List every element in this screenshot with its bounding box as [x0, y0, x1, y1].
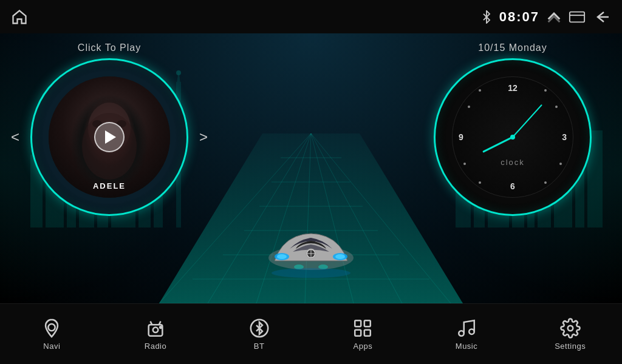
minute-hand: [512, 104, 542, 138]
clock-9: 9: [459, 132, 463, 142]
clock-6: 6: [510, 181, 515, 191]
radio-icon: [145, 318, 166, 339]
svg-point-42: [335, 254, 345, 259]
bottom-navigation: Navi Radio BT Apps: [0, 303, 622, 364]
clock-center-dot: [510, 135, 515, 140]
svg-rect-62: [364, 320, 371, 326]
chevron-up-icon[interactable]: [545, 8, 562, 25]
next-button[interactable]: >: [199, 129, 208, 146]
svg-rect-64: [364, 329, 371, 335]
tick-7: [479, 181, 481, 184]
music-circle: < ADELE >: [30, 58, 188, 216]
settings-icon: [560, 318, 581, 339]
svg-point-54: [49, 323, 55, 330]
prev-button[interactable]: <: [11, 129, 19, 146]
tick-4: [555, 106, 558, 108]
settings-label: Settings: [555, 342, 586, 351]
svg-point-45: [272, 268, 350, 278]
clock-12: 12: [508, 83, 518, 93]
svg-point-65: [459, 331, 464, 336]
music-player: Click To Play < ADELE: [18, 42, 200, 297]
home-icon[interactable]: [11, 8, 28, 25]
nav-item-music[interactable]: Music: [415, 318, 519, 351]
svg-rect-0: [570, 12, 584, 22]
svg-point-59: [160, 326, 162, 328]
nav-item-settings[interactable]: Settings: [518, 318, 622, 351]
navi-label: Navi: [43, 342, 60, 351]
svg-rect-63: [355, 329, 361, 335]
svg-point-66: [469, 329, 474, 334]
nav-item-navi[interactable]: Navi: [0, 318, 104, 351]
apps-icon: [352, 318, 373, 339]
date-label: 10/15 Monday: [478, 42, 547, 53]
navi-icon: [41, 318, 62, 339]
tick-1: [544, 89, 547, 92]
bt-label: BT: [254, 342, 265, 351]
svg-rect-61: [355, 320, 361, 326]
hour-hand: [482, 136, 513, 153]
tick-8: [544, 181, 547, 184]
status-bar: 08:07: [0, 0, 622, 33]
nav-item-apps[interactable]: Apps: [311, 318, 415, 351]
window-icon[interactable]: [569, 10, 586, 24]
music-label: Music: [456, 342, 477, 351]
main-content: Click To Play < ADELE: [0, 33, 622, 303]
svg-point-40: [277, 254, 287, 259]
bluetooth-icon: [480, 10, 493, 24]
clock-widget: 10/15 Monday 12 3 6 9: [422, 42, 604, 297]
clock-label-text: clock: [501, 158, 525, 167]
album-art: ADELE: [49, 76, 170, 198]
radio-label: Radio: [145, 342, 166, 351]
apps-label: Apps: [354, 342, 373, 351]
clock-face: 12 3 6 9 clock: [452, 76, 573, 198]
car-image: [262, 212, 360, 279]
music-icon: [456, 318, 477, 339]
album-label: ADELE: [93, 181, 126, 190]
tick-5: [559, 163, 562, 165]
tick-10: [463, 163, 466, 165]
tick-11: [468, 106, 470, 108]
nav-item-bt[interactable]: BT: [207, 318, 311, 351]
clock-display: 08:07: [499, 9, 539, 25]
nav-item-radio[interactable]: Radio: [104, 318, 208, 351]
bt-icon: [249, 318, 270, 339]
clock-3: 3: [562, 132, 567, 142]
tick-2: [479, 89, 481, 92]
svg-point-56: [153, 327, 159, 332]
svg-point-67: [567, 325, 573, 331]
play-button[interactable]: [94, 122, 125, 152]
clock-circle: 12 3 6 9 clock: [434, 58, 592, 216]
back-icon[interactable]: [592, 8, 611, 25]
click-to-play-label: Click To Play: [78, 42, 141, 53]
